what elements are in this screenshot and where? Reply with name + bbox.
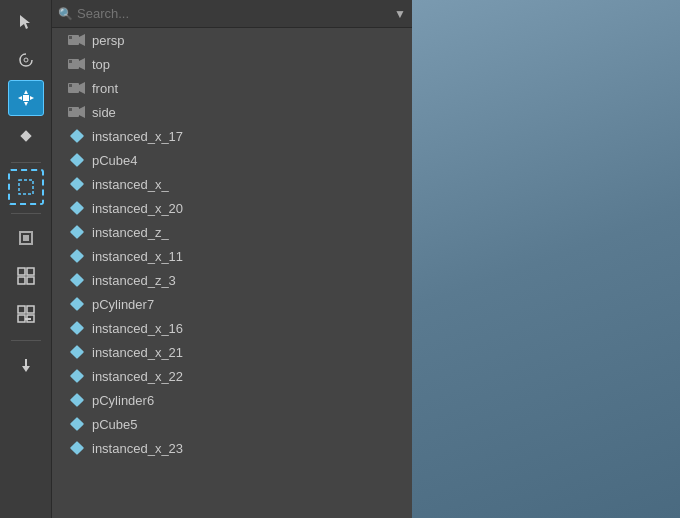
mesh-icon: [68, 417, 86, 431]
list-item[interactable]: instanced_x_23: [52, 436, 412, 460]
mesh-icon: [68, 249, 86, 263]
item-label: instanced_x_17: [92, 129, 183, 144]
mesh-icon: [68, 321, 86, 335]
svg-marker-22: [22, 366, 30, 372]
list-item[interactable]: instanced_x_22: [52, 364, 412, 388]
list-item[interactable]: top: [52, 52, 412, 76]
svg-rect-12: [18, 268, 25, 275]
divider-2: [11, 213, 41, 214]
search-dropdown-arrow[interactable]: ▼: [394, 7, 406, 21]
item-label: side: [92, 105, 116, 120]
mesh-icon: [68, 153, 86, 167]
diamond-tool[interactable]: [8, 118, 44, 154]
svg-rect-17: [27, 306, 34, 313]
item-label: instanced_x_11: [92, 249, 183, 264]
search-icon: 🔍: [58, 7, 73, 21]
item-label: pCube4: [92, 153, 138, 168]
svg-rect-41: [70, 273, 84, 287]
mesh-icon: [68, 393, 86, 407]
svg-rect-16: [18, 306, 25, 313]
svg-rect-15: [27, 277, 34, 284]
list-item[interactable]: instanced_x_21: [52, 340, 412, 364]
list-item[interactable]: instanced_x_16: [52, 316, 412, 340]
add-move-button[interactable]: [8, 258, 44, 294]
camera-icon: [68, 81, 86, 95]
svg-rect-31: [69, 84, 72, 87]
svg-marker-27: [79, 58, 85, 70]
list-item[interactable]: front: [52, 76, 412, 100]
item-label: pCube5: [92, 417, 138, 432]
list-item[interactable]: pCylinder7: [52, 292, 412, 316]
list-item[interactable]: instanced_x_17: [52, 124, 412, 148]
marquee-tool[interactable]: [8, 169, 44, 205]
mesh-icon: [68, 345, 86, 359]
svg-rect-11: [23, 235, 29, 241]
svg-rect-25: [69, 36, 72, 39]
svg-marker-24: [79, 34, 85, 46]
search-input[interactable]: [77, 6, 394, 21]
svg-rect-40: [70, 249, 84, 263]
svg-rect-39: [70, 225, 84, 239]
subtract-button[interactable]: [8, 296, 44, 332]
lasso-tool[interactable]: [8, 42, 44, 78]
mesh-icon: [68, 297, 86, 311]
item-label: instanced_x_22: [92, 369, 183, 384]
move-tool[interactable]: [8, 80, 44, 116]
item-label: instanced_x_: [92, 177, 169, 192]
list-item[interactable]: persp: [52, 28, 412, 52]
item-label: instanced_x_23: [92, 441, 183, 456]
svg-rect-7: [20, 130, 31, 141]
mesh-icon: [68, 225, 86, 239]
list-item[interactable]: instanced_z_3: [52, 268, 412, 292]
item-label: instanced_x_20: [92, 201, 183, 216]
mesh-icon: [68, 369, 86, 383]
svg-rect-47: [70, 417, 84, 431]
svg-rect-28: [69, 60, 72, 63]
svg-marker-4: [24, 102, 28, 106]
camera-icon: [68, 33, 86, 47]
list-item[interactable]: instanced_z_: [52, 220, 412, 244]
mesh-icon: [68, 177, 86, 191]
camera-icon: [68, 57, 86, 71]
svg-marker-5: [18, 96, 22, 100]
list-item[interactable]: side: [52, 100, 412, 124]
list-item[interactable]: instanced_x_20: [52, 196, 412, 220]
svg-rect-37: [70, 177, 84, 191]
svg-rect-43: [70, 321, 84, 335]
svg-rect-35: [70, 129, 84, 143]
search-bar: 🔍 ▼: [52, 0, 412, 28]
item-label: top: [92, 57, 110, 72]
item-label: instanced_z_: [92, 225, 169, 240]
mesh-icon: [68, 201, 86, 215]
item-label: instanced_z_3: [92, 273, 176, 288]
svg-point-1: [24, 58, 28, 62]
item-label: instanced_x_21: [92, 345, 183, 360]
divider-1: [11, 162, 41, 163]
divider-3: [11, 340, 41, 341]
item-label: persp: [92, 33, 125, 48]
svg-rect-42: [70, 297, 84, 311]
svg-rect-44: [70, 345, 84, 359]
svg-rect-34: [69, 108, 72, 111]
svg-rect-13: [27, 268, 34, 275]
list-item[interactable]: instanced_x_: [52, 172, 412, 196]
svg-rect-38: [70, 201, 84, 215]
mesh-icon: [68, 129, 86, 143]
list-item[interactable]: pCylinder6: [52, 388, 412, 412]
select-tool[interactable]: [8, 4, 44, 40]
svg-marker-30: [79, 82, 85, 94]
left-toolbar: [0, 0, 52, 518]
mesh-icon: [68, 273, 86, 287]
svg-rect-14: [18, 277, 25, 284]
svg-rect-45: [70, 369, 84, 383]
item-label: pCylinder7: [92, 297, 154, 312]
arrow-down-button[interactable]: [8, 347, 44, 383]
layers-button[interactable]: [8, 220, 44, 256]
svg-rect-48: [70, 441, 84, 455]
list-item[interactable]: pCube4: [52, 148, 412, 172]
mesh-icon: [68, 441, 86, 455]
list-item[interactable]: pCube5: [52, 412, 412, 436]
svg-marker-3: [24, 90, 28, 94]
list-item[interactable]: instanced_x_11: [52, 244, 412, 268]
svg-rect-36: [70, 153, 84, 167]
